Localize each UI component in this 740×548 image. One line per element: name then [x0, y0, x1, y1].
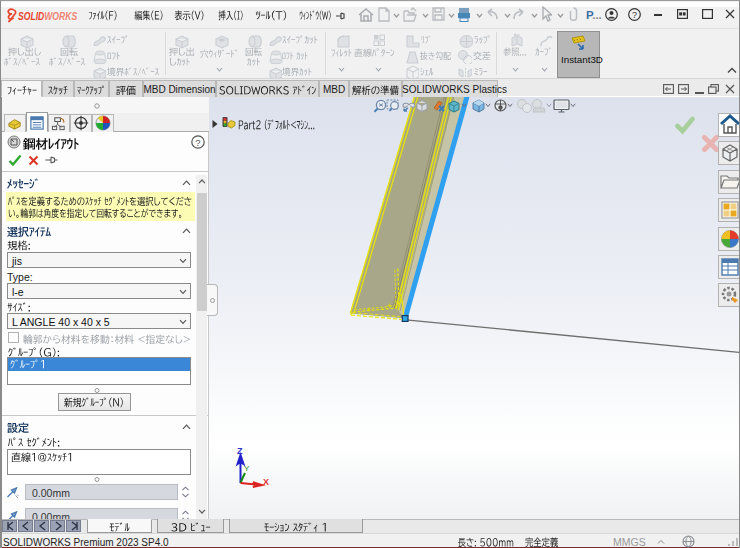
svg-text:Y: Y	[244, 464, 250, 473]
svg-text:?: ?	[632, 10, 637, 20]
svg-text:?: ?	[195, 137, 200, 148]
svg-text:X: X	[263, 477, 269, 487]
svg-text:Z: Z	[237, 446, 243, 456]
